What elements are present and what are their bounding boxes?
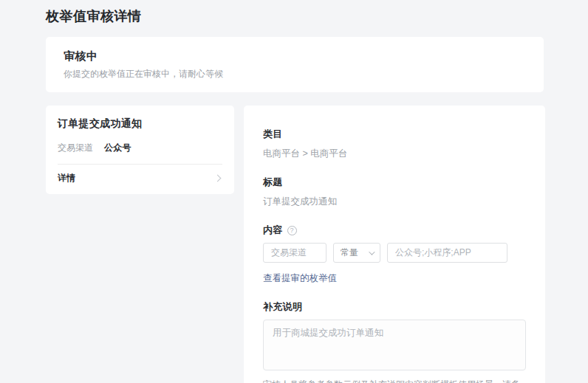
- status-card: 审核中 你提交的枚举值正在审核中，请耐心等候: [46, 37, 544, 92]
- param-type-select[interactable]: 常量: [333, 243, 380, 263]
- detail-link-row[interactable]: 详情: [58, 165, 222, 194]
- content-label-text: 内容: [263, 224, 283, 237]
- channel-label: 交易渠道: [58, 142, 93, 153]
- supplement-textarea[interactable]: 用于商城提交成功订单通知: [263, 320, 526, 370]
- status-description: 你提交的枚举值正在审核中，请耐心等候: [64, 68, 526, 80]
- page-title: 枚举值审核详情: [46, 7, 544, 25]
- view-enum-values-link[interactable]: 查看提审的枚举值: [263, 272, 337, 285]
- content-group: 内容 ? 常量 查看提审的枚举值: [263, 224, 526, 285]
- channel-row: 交易渠道 公众号: [58, 142, 222, 153]
- content-columns: 订单提交成功通知 交易渠道 公众号 详情 类目 电商平台 > 电商平台 标题 订…: [46, 106, 544, 383]
- content-inputs-row: 常量: [263, 243, 526, 263]
- detail-label: 详情: [58, 172, 76, 184]
- supplement-group: 补充说明 用于商城提交成功订单通知 审核人员将参考参数示例及补充说明内容判断模板…: [263, 300, 526, 383]
- channel-value: 公众号: [104, 142, 131, 153]
- param-name-input[interactable]: [263, 243, 327, 263]
- status-title: 审核中: [64, 48, 526, 64]
- review-detail-panel: 类目 电商平台 > 电商平台 标题 订单提交成功通知 内容 ? 常量: [244, 106, 545, 383]
- supplement-label: 补充说明: [263, 300, 526, 314]
- template-summary-card: 订单提交成功通知 交易渠道 公众号 详情: [46, 106, 234, 194]
- help-icon[interactable]: ?: [287, 226, 297, 235]
- review-note: 审核人员将参考参数示例及补充说明内容判断模板使用场景，请务必认真填写。: [263, 379, 526, 383]
- title-value: 订单提交成功通知: [263, 196, 526, 208]
- content-label: 内容 ?: [263, 224, 526, 237]
- param-example-input[interactable]: [387, 243, 507, 263]
- chevron-down-icon: [369, 249, 375, 255]
- category-breadcrumb: 电商平台 > 电商平台: [263, 148, 526, 160]
- enum-review-page: 枚举值审核详情 审核中 你提交的枚举值正在审核中，请耐心等候 订单提交成功通知 …: [0, 0, 588, 383]
- param-type-selected-value: 常量: [341, 246, 358, 259]
- category-group: 类目 电商平台 > 电商平台: [263, 128, 526, 160]
- title-label: 标题: [263, 176, 526, 189]
- title-group: 标题 订单提交成功通知: [263, 176, 526, 208]
- chevron-right-icon: [214, 175, 222, 182]
- template-title: 订单提交成功通知: [58, 117, 222, 131]
- category-label: 类目: [263, 128, 526, 141]
